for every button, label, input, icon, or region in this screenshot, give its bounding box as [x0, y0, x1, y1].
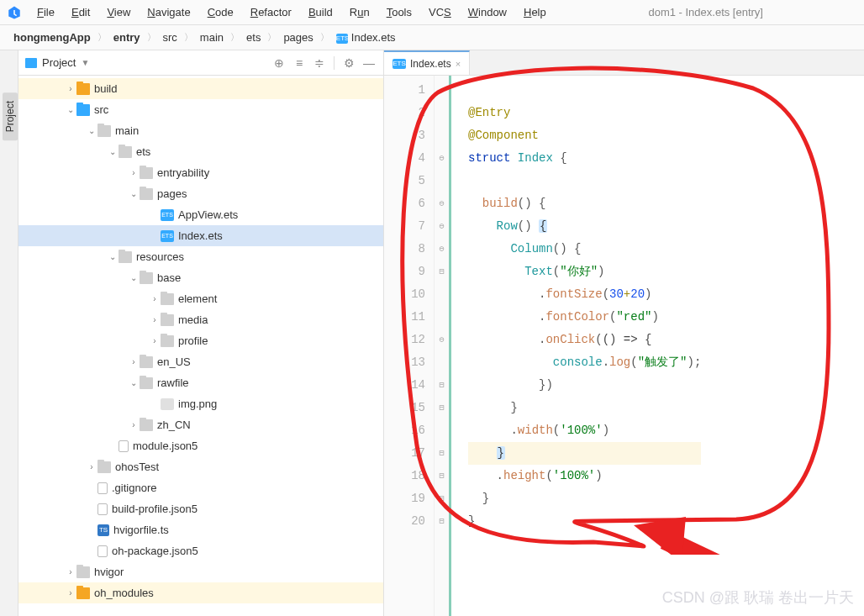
menu-tools[interactable]: Tools [380, 3, 419, 21]
editor-tab-label: Index.ets [410, 58, 451, 70]
fold-gutter[interactable]: ⊖⊖⊖⊖⊟⊖⊟⊟⊟⊟⊟⊟ [435, 76, 451, 616]
tree-row[interactable]: ⌄rawfile [18, 372, 383, 393]
project-view-title[interactable]: Project [42, 56, 76, 69]
chevron-down-icon[interactable]: ⌄ [128, 273, 140, 282]
tree-row[interactable]: ⌄pages [18, 183, 383, 204]
breadcrumb-item[interactable]: pages [280, 29, 316, 45]
folder-icon [140, 272, 153, 284]
chevron-right-icon[interactable]: › [65, 84, 76, 93]
chevron-down-icon[interactable]: ⌄ [107, 252, 119, 261]
tree-label: profile [178, 334, 208, 347]
tree-row[interactable]: ETSAppView.ets [18, 204, 383, 225]
chevron-right-icon[interactable]: › [128, 168, 140, 177]
locate-icon[interactable]: ⊕ [271, 55, 287, 71]
menu-build[interactable]: Build [302, 3, 340, 21]
folder-icon [161, 314, 174, 326]
menu-window[interactable]: Window [461, 3, 514, 21]
collapse-all-icon[interactable]: ≑ [312, 55, 327, 71]
tree-row[interactable]: ⌄ets [18, 141, 383, 162]
dropdown-icon[interactable]: ▼ [81, 58, 89, 67]
tree-label: oh-package.json5 [112, 545, 198, 557]
tree-row[interactable]: ›profile [18, 330, 383, 351]
tree-row[interactable]: ›oh_modules [18, 582, 383, 603]
tree-row[interactable]: ⌄resources [18, 246, 383, 267]
chevron-right-icon[interactable]: › [65, 567, 76, 577]
tree-row[interactable]: ›zh_CN [18, 414, 383, 435]
tree-row[interactable]: ›build [18, 78, 383, 99]
tree-label: Index.ets [178, 229, 223, 242]
editor-tab-active[interactable]: ETS Index.ets × [384, 50, 470, 75]
tree-row[interactable]: TShvigorfile.ts [18, 519, 383, 540]
menu-edit[interactable]: Edit [65, 3, 97, 21]
tree-row[interactable]: ⌄main [18, 120, 383, 141]
chevron-down-icon[interactable]: ⌄ [107, 147, 119, 156]
tree-label: base [157, 271, 181, 284]
folder-icon [140, 167, 153, 179]
chevron-right-icon[interactable]: › [149, 315, 161, 324]
code-area[interactable]: 1234567891011121314151617181920 ⊖⊖⊖⊖⊟⊖⊟⊟… [384, 76, 864, 616]
tree-row[interactable]: ›hvigor [18, 561, 383, 582]
json5-file-icon [119, 440, 129, 452]
settings-icon[interactable]: ⚙ [341, 55, 356, 71]
chevron-right-icon[interactable]: › [65, 588, 76, 598]
tree-row[interactable]: img.png [18, 393, 383, 414]
chevron-right-icon[interactable]: › [149, 294, 161, 303]
chevron-down-icon[interactable]: ⌄ [86, 126, 97, 135]
tree-row[interactable]: oh-package.json5 [18, 540, 383, 561]
tree-row[interactable]: build-profile.json5 [18, 498, 383, 519]
close-tab-icon[interactable]: × [456, 59, 461, 69]
chevron-right-icon[interactable]: › [149, 336, 161, 345]
tree-row[interactable]: module.json5 [18, 435, 383, 456]
tool-window-stripe: Project [0, 50, 18, 616]
tree-row[interactable]: ›media [18, 309, 383, 330]
hide-panel-icon[interactable]: — [361, 55, 377, 71]
tree-row[interactable]: ›ohosTest [18, 456, 383, 477]
breadcrumb-item[interactable]: main [197, 29, 227, 45]
menu-file[interactable]: File [30, 3, 61, 21]
menu-view[interactable]: View [100, 3, 137, 21]
breadcrumb-root[interactable]: hongmengApp [10, 29, 94, 45]
project-panel-header: Project ▼ ⊕ ≡ ≑ ⚙ — [18, 50, 383, 76]
tree-row[interactable]: ⌄base [18, 267, 383, 288]
expand-all-icon[interactable]: ≡ [292, 55, 307, 71]
tree-label: hvigor [94, 566, 124, 578]
tree-label: AppView.ets [178, 208, 238, 221]
chevron-down-icon[interactable]: ⌄ [128, 378, 140, 387]
folder-icon [119, 251, 132, 263]
tree-label: media [178, 313, 208, 326]
tree-label: build [94, 82, 117, 95]
tree-row[interactable]: ETSIndex.ets [18, 225, 383, 246]
menu-run[interactable]: Run [343, 3, 377, 21]
menu-code[interactable]: Code [201, 3, 240, 21]
chevron-down-icon[interactable]: ⌄ [128, 189, 140, 198]
ets-file-icon: ETS [336, 34, 348, 44]
breadcrumb-item[interactable]: src [160, 29, 181, 45]
folder-icon [161, 293, 174, 305]
folder-icon [161, 335, 174, 347]
menu-bar: File Edit View Navigate Code Refactor Bu… [0, 0, 864, 25]
menu-navigate[interactable]: Navigate [140, 3, 197, 21]
tree-row[interactable]: ›entryability [18, 162, 383, 183]
tree-row[interactable]: ›en_US [18, 351, 383, 372]
ets-file-icon: ETS [161, 230, 174, 242]
folder-icon [97, 125, 111, 137]
breadcrumb-file[interactable]: ETSIndex.ets [333, 29, 399, 45]
chevron-right-icon[interactable]: › [86, 462, 97, 471]
menu-help[interactable]: Help [517, 3, 553, 21]
project-tree[interactable]: ›build⌄src⌄main⌄ets›entryability⌄pagesET… [18, 76, 383, 616]
project-tool-tab[interactable]: Project [3, 92, 18, 140]
breadcrumb-item[interactable]: ets [243, 29, 264, 45]
tree-row[interactable]: ⌄src [18, 99, 383, 120]
tree-label: img.png [178, 398, 217, 410]
tree-row[interactable]: .gitignore [18, 477, 383, 498]
tree-row[interactable]: ›element [18, 288, 383, 309]
menu-refactor[interactable]: Refactor [244, 3, 298, 21]
chevron-down-icon[interactable]: ⌄ [65, 105, 76, 114]
tree-label: element [178, 292, 217, 305]
chevron-right-icon[interactable]: › [128, 420, 140, 429]
breadcrumb-item[interactable]: entry [110, 29, 144, 45]
code-content[interactable]: @Entry@Componentstruct Index { build() {… [451, 76, 701, 616]
menu-vcs[interactable]: VCS [422, 3, 458, 21]
chevron-right-icon[interactable]: › [128, 357, 140, 366]
tree-label: hvigorfile.ts [113, 524, 169, 536]
